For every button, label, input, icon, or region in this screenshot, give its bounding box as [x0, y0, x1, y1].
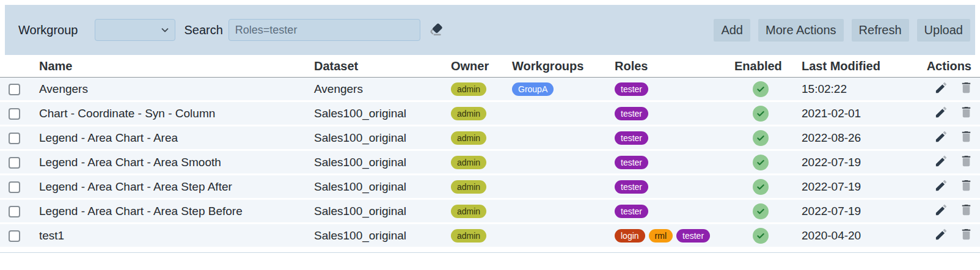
table-bottom-divider	[0, 252, 980, 253]
delete-trash-icon[interactable]	[959, 81, 973, 98]
enabled-check-icon	[753, 228, 769, 244]
workgroups-cell	[507, 126, 610, 151]
owner-cell: admin	[446, 126, 507, 151]
workgroup-select[interactable]	[95, 19, 175, 41]
role-badge: tester	[615, 131, 648, 145]
roles-cell: tester	[610, 102, 730, 126]
search-input[interactable]	[229, 19, 420, 41]
header-checkbox-spacer	[0, 55, 34, 78]
row-dataset: Sales100_original	[314, 180, 406, 193]
row-name: Legend - Area Chart - Area Step After	[39, 180, 232, 193]
roles-cell: tester	[610, 200, 730, 224]
owner-cell: admin	[446, 78, 507, 102]
edit-pencil-icon[interactable]	[934, 154, 948, 171]
row-name: Legend - Area Chart - Area Smooth	[39, 156, 221, 169]
owner-cell: admin	[446, 175, 507, 200]
column-header-name: Name	[34, 55, 309, 78]
roles-cell: tester	[610, 126, 730, 151]
table-row: Chart - Coordinate - Syn - Column Sales1…	[0, 102, 980, 126]
row-dataset: Sales100_original	[314, 131, 406, 144]
owner-cell: admin	[446, 102, 507, 126]
upload-button[interactable]: Upload	[917, 19, 970, 42]
owner-cell: admin	[446, 151, 507, 175]
enabled-check-icon	[753, 81, 769, 97]
delete-trash-icon[interactable]	[959, 227, 973, 244]
row-last-modified: 2020-04-20	[802, 229, 861, 242]
row-last-modified: 2022-07-19	[802, 205, 861, 217]
workgroups-cell	[507, 175, 610, 200]
role-badge: tester	[615, 107, 648, 120]
items-table: Name Dataset Owner Workgroups Roles Enab…	[0, 55, 980, 249]
workgroup-badge: GroupA	[512, 82, 554, 96]
row-last-modified: 2022-07-19	[802, 180, 861, 193]
row-last-modified: 2021-02-01	[802, 107, 861, 120]
column-header-roles: Roles	[610, 55, 730, 78]
role-badge: tester	[615, 156, 648, 169]
table-row: Legend - Area Chart - Area Smooth Sales1…	[0, 151, 980, 175]
edit-pencil-icon[interactable]	[934, 178, 948, 195]
table-row: Legend - Area Chart - Area Step After Sa…	[0, 175, 980, 200]
row-checkbox[interactable]	[9, 206, 20, 217]
add-button[interactable]: Add	[714, 19, 750, 42]
row-name: Legend - Area Chart - Area Step Before	[39, 205, 243, 217]
row-last-modified: 2022-07-19	[802, 156, 861, 169]
table-row: test1 Sales100_original admin loginrmlte…	[0, 224, 980, 249]
role-badge: tester	[676, 229, 710, 243]
more-actions-button[interactable]: More Actions	[758, 19, 844, 42]
edit-pencil-icon[interactable]	[934, 203, 948, 220]
delete-trash-icon[interactable]	[959, 203, 973, 220]
delete-trash-icon[interactable]	[959, 130, 973, 147]
row-checkbox[interactable]	[9, 108, 20, 120]
workgroups-cell: GroupA	[507, 78, 610, 102]
edit-pencil-icon[interactable]	[934, 130, 948, 147]
row-checkbox[interactable]	[9, 133, 20, 144]
roles-cell: loginrmltester	[610, 224, 730, 249]
owner-badge: admin	[451, 82, 486, 96]
edit-pencil-icon[interactable]	[934, 105, 948, 122]
row-name: test1	[39, 229, 64, 242]
owner-badge: admin	[451, 180, 486, 194]
row-checkbox[interactable]	[9, 230, 20, 242]
table-row: Legend - Area Chart - Area Sales100_orig…	[0, 126, 980, 151]
enabled-check-icon	[753, 203, 769, 219]
column-header-owner: Owner	[446, 55, 507, 78]
owner-badge: admin	[451, 107, 486, 120]
enabled-check-icon	[753, 130, 769, 146]
delete-trash-icon[interactable]	[959, 105, 973, 122]
eraser-icon[interactable]	[428, 21, 445, 38]
owner-cell: admin	[446, 224, 507, 249]
column-header-last-modified: Last Modified	[792, 55, 921, 78]
delete-trash-icon[interactable]	[959, 178, 973, 195]
refresh-button[interactable]: Refresh	[852, 19, 909, 42]
search-label: Search	[184, 23, 222, 37]
edit-pencil-icon[interactable]	[934, 227, 948, 244]
edit-pencil-icon[interactable]	[934, 81, 948, 98]
roles-cell: tester	[610, 78, 730, 102]
row-checkbox[interactable]	[9, 157, 20, 169]
row-checkbox[interactable]	[9, 84, 20, 95]
row-dataset: Avengers	[314, 82, 363, 95]
row-last-modified: 15:02:22	[802, 82, 847, 95]
workgroups-cell	[507, 224, 610, 249]
role-badge: rml	[649, 229, 673, 243]
owner-cell: admin	[446, 200, 507, 224]
column-header-dataset: Dataset	[309, 55, 446, 78]
row-name: Legend - Area Chart - Area	[39, 131, 178, 144]
table-header-row: Name Dataset Owner Workgroups Roles Enab…	[0, 55, 980, 78]
roles-cell: tester	[610, 175, 730, 200]
enabled-check-icon	[753, 106, 769, 122]
row-dataset: Sales100_original	[314, 156, 406, 169]
delete-trash-icon[interactable]	[959, 154, 973, 171]
role-badge: login	[615, 229, 645, 243]
toolbar-buttons: Add More Actions Refresh Upload	[714, 19, 970, 42]
toolbar: Workgroup Search Add More Actions Refres…	[5, 5, 975, 55]
table-body: Avengers Avengers admin GroupA tester 15…	[0, 78, 980, 249]
row-name: Chart - Coordinate - Syn - Column	[39, 107, 215, 120]
chevron-down-icon	[159, 24, 170, 38]
table-row: Avengers Avengers admin GroupA tester 15…	[0, 78, 980, 102]
role-badge: tester	[615, 180, 648, 194]
owner-badge: admin	[451, 229, 486, 243]
row-checkbox[interactable]	[9, 181, 20, 193]
enabled-check-icon	[753, 155, 769, 170]
owner-badge: admin	[451, 205, 486, 218]
